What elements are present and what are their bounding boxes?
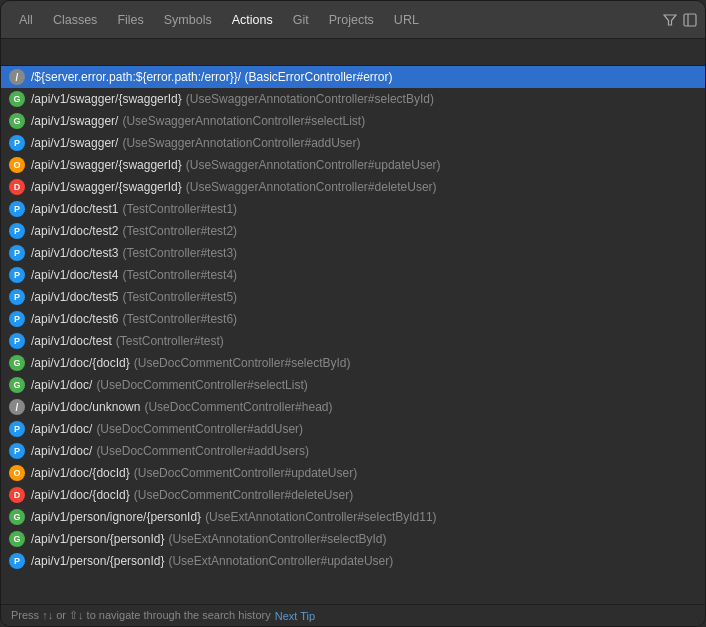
result-path: /api/v1/doc/test1 (31, 202, 118, 216)
result-badge: P (9, 201, 25, 217)
result-path: /api/v1/doc/test6 (31, 312, 118, 326)
result-path: /api/v1/doc/test (31, 334, 112, 348)
result-row[interactable]: //api/v1/doc/unknown (UseDocCommentContr… (1, 396, 705, 418)
result-path: /api/v1/swagger/{swaggerId} (31, 158, 182, 172)
result-badge: O (9, 157, 25, 173)
result-row[interactable]: P/api/v1/person/{personId} (UseExtAnnota… (1, 550, 705, 572)
status-bar: Press ↑↓ or ⇧↓ to navigate through the s… (1, 604, 705, 626)
result-badge: / (9, 399, 25, 415)
result-row[interactable]: P/api/v1/doc/test2 (TestController#test2… (1, 220, 705, 242)
result-path: /api/v1/doc/{docId} (31, 466, 130, 480)
tab-projects[interactable]: Projects (319, 7, 384, 33)
result-badge: G (9, 91, 25, 107)
result-path: /api/v1/person/ignore/{personId} (31, 510, 201, 524)
tab-files[interactable]: Files (107, 7, 153, 33)
result-path: /${server.error.path:${error.path:/error… (31, 70, 393, 84)
result-row[interactable]: P/api/v1/doc/test (TestController#test) (1, 330, 705, 352)
result-path: /api/v1/person/{personId} (31, 532, 164, 546)
result-controller: (UseSwaggerAnnotationController#addUser) (122, 136, 360, 150)
result-controller: (UseDocCommentController#selectList) (96, 378, 307, 392)
result-row[interactable]: D/api/v1/doc/{docId} (UseDocCommentContr… (1, 484, 705, 506)
result-badge: P (9, 245, 25, 261)
result-row[interactable]: P/api/v1/doc/test1 (TestController#test1… (1, 198, 705, 220)
search-input[interactable] (11, 45, 695, 59)
next-tip-link[interactable]: Next Tip (275, 610, 315, 622)
svg-rect-1 (684, 14, 696, 26)
result-path: /api/v1/doc/ (31, 444, 92, 458)
result-controller: (UseSwaggerAnnotationController#deleteUs… (186, 180, 437, 194)
result-row[interactable]: //${server.error.path:${error.path:/erro… (1, 66, 705, 88)
result-controller: (TestController#test1) (122, 202, 237, 216)
result-path: /api/v1/doc/unknown (31, 400, 140, 414)
result-row[interactable]: P/api/v1/doc/test6 (TestController#test6… (1, 308, 705, 330)
result-controller: (TestController#test) (116, 334, 224, 348)
filter-icon[interactable] (663, 13, 677, 27)
tab-bar: AllClassesFilesSymbolsActionsGitProjects… (1, 1, 705, 39)
result-controller: (UseDocCommentController#addUser) (96, 422, 303, 436)
result-controller: (TestController#test2) (122, 224, 237, 238)
results-list: //${server.error.path:${error.path:/erro… (1, 66, 705, 604)
result-path: /api/v1/doc/ (31, 422, 92, 436)
result-badge: D (9, 179, 25, 195)
result-path: /api/v1/swagger/{swaggerId} (31, 92, 182, 106)
result-path: /api/v1/doc/test3 (31, 246, 118, 260)
result-controller: (UseSwaggerAnnotationController#selectBy… (186, 92, 434, 106)
result-controller: (UseSwaggerAnnotationController#selectLi… (122, 114, 365, 128)
result-row[interactable]: P/api/v1/doc/ (UseDocCommentController#a… (1, 440, 705, 462)
result-controller: (TestController#test4) (122, 268, 237, 282)
result-controller: (UseExtAnnotationController#updateUser) (168, 554, 393, 568)
result-path: /api/v1/swagger/ (31, 114, 118, 128)
tab-all[interactable]: All (9, 7, 43, 33)
result-row[interactable]: P/api/v1/swagger/ (UseSwaggerAnnotationC… (1, 132, 705, 154)
result-row[interactable]: P/api/v1/doc/ (UseDocCommentController#a… (1, 418, 705, 440)
window-icon[interactable] (683, 13, 697, 27)
result-controller: (UseExtAnnotationController#selectById) (168, 532, 386, 546)
result-badge: G (9, 509, 25, 525)
result-badge: P (9, 311, 25, 327)
tab-symbols[interactable]: Symbols (154, 7, 222, 33)
result-badge: P (9, 223, 25, 239)
tab-actions[interactable]: Actions (222, 7, 283, 33)
tab-classes[interactable]: Classes (43, 7, 107, 33)
result-controller: (TestController#test5) (122, 290, 237, 304)
result-badge: P (9, 421, 25, 437)
result-controller: (TestController#test6) (122, 312, 237, 326)
result-path: /api/v1/doc/test5 (31, 290, 118, 304)
result-controller: (UseDocCommentController#deleteUser) (134, 488, 353, 502)
result-row[interactable]: G/api/v1/swagger/{swaggerId} (UseSwagger… (1, 88, 705, 110)
result-controller: (UseSwaggerAnnotationController#updateUs… (186, 158, 441, 172)
result-badge: P (9, 135, 25, 151)
result-controller: (UseDocCommentController#selectById) (134, 356, 351, 370)
result-row[interactable]: G/api/v1/person/ignore/{personId} (UseEx… (1, 506, 705, 528)
result-path: /api/v1/doc/ (31, 378, 92, 392)
result-row[interactable]: G/api/v1/person/{personId} (UseExtAnnota… (1, 528, 705, 550)
result-badge: / (9, 69, 25, 85)
result-row[interactable]: G/api/v1/swagger/ (UseSwaggerAnnotationC… (1, 110, 705, 132)
result-path: /api/v1/doc/test4 (31, 268, 118, 282)
result-badge: P (9, 289, 25, 305)
result-path: /api/v1/person/{personId} (31, 554, 164, 568)
result-row[interactable]: P/api/v1/doc/test4 (TestController#test4… (1, 264, 705, 286)
result-path: /api/v1/doc/test2 (31, 224, 118, 238)
result-badge: P (9, 267, 25, 283)
result-badge: G (9, 113, 25, 129)
result-row[interactable]: G/api/v1/doc/ (UseDocCommentController#s… (1, 374, 705, 396)
result-path: /api/v1/doc/{docId} (31, 488, 130, 502)
result-badge: P (9, 553, 25, 569)
result-badge: G (9, 531, 25, 547)
status-text: Press ↑↓ or ⇧↓ to navigate through the s… (11, 609, 271, 622)
result-badge: P (9, 333, 25, 349)
tab-git[interactable]: Git (283, 7, 319, 33)
result-row[interactable]: O/api/v1/swagger/{swaggerId} (UseSwagger… (1, 154, 705, 176)
result-row[interactable]: P/api/v1/doc/test3 (TestController#test3… (1, 242, 705, 264)
result-row[interactable]: G/api/v1/doc/{docId} (UseDocCommentContr… (1, 352, 705, 374)
result-row[interactable]: O/api/v1/doc/{docId} (UseDocCommentContr… (1, 462, 705, 484)
result-path: /api/v1/doc/{docId} (31, 356, 130, 370)
result-controller: (TestController#test3) (122, 246, 237, 260)
result-row[interactable]: P/api/v1/doc/test5 (TestController#test5… (1, 286, 705, 308)
tab-url[interactable]: URL (384, 7, 429, 33)
result-row[interactable]: D/api/v1/swagger/{swaggerId} (UseSwagger… (1, 176, 705, 198)
result-controller: (UseDocCommentController#head) (144, 400, 332, 414)
result-controller: (UseExtAnnotationController#selectById11… (205, 510, 436, 524)
result-controller: (UseDocCommentController#addUsers) (96, 444, 309, 458)
